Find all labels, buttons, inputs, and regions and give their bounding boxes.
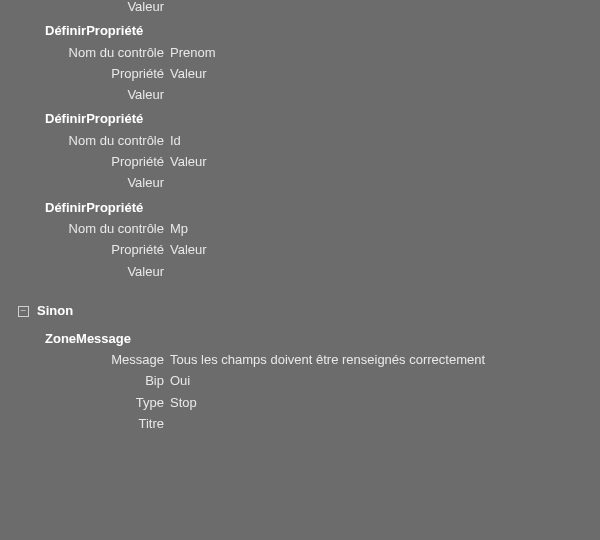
value-label: Valeur bbox=[0, 176, 170, 190]
define-property-header[interactable]: DéfinirPropriété bbox=[45, 112, 600, 126]
control-name-value[interactable]: Mp bbox=[170, 222, 600, 236]
else-branch[interactable]: − Sinon bbox=[18, 303, 600, 318]
value-label: Valeur bbox=[0, 265, 170, 279]
property-row: Propriété Valeur bbox=[0, 243, 600, 257]
control-name-label: Nom du contrôle bbox=[0, 134, 170, 148]
bip-label: Bip bbox=[0, 374, 170, 388]
message-label: Message bbox=[0, 353, 170, 367]
titre-row: Titre bbox=[0, 417, 600, 431]
collapse-icon[interactable]: − bbox=[18, 306, 29, 317]
property-value[interactable]: Valeur bbox=[170, 67, 600, 81]
property-label: Propriété bbox=[0, 243, 170, 257]
bip-value[interactable]: Oui bbox=[170, 374, 600, 388]
property-value[interactable]: Valeur bbox=[170, 243, 600, 257]
type-label: Type bbox=[0, 396, 170, 410]
else-label: Sinon bbox=[37, 303, 73, 318]
value-label: Valeur bbox=[0, 0, 170, 14]
property-label: Propriété bbox=[0, 67, 170, 81]
property-label: Propriété bbox=[0, 155, 170, 169]
titre-label: Titre bbox=[0, 417, 170, 431]
control-name-value[interactable]: Prenom bbox=[170, 46, 600, 60]
define-property-header[interactable]: DéfinirPropriété bbox=[45, 201, 600, 215]
message-row: Message Tous les champs doivent être ren… bbox=[0, 353, 600, 367]
property-row: Propriété Valeur bbox=[0, 67, 600, 81]
value-row: Valeur bbox=[0, 265, 600, 279]
control-name-value[interactable]: Id bbox=[170, 134, 600, 148]
zone-message-header[interactable]: ZoneMessage bbox=[45, 332, 600, 346]
value-label: Valeur bbox=[0, 88, 170, 102]
control-name-row: Nom du contrôle Prenom bbox=[0, 46, 600, 60]
type-row: Type Stop bbox=[0, 396, 600, 410]
control-name-row: Nom du contrôle Id bbox=[0, 134, 600, 148]
define-property-header[interactable]: DéfinirPropriété bbox=[45, 24, 600, 38]
property-row-partial: Valeur bbox=[0, 0, 600, 14]
macro-panel: Valeur DéfinirPropriété Nom du contrôle … bbox=[0, 0, 600, 540]
message-value[interactable]: Tous les champs doivent être renseignés … bbox=[170, 353, 600, 367]
type-value[interactable]: Stop bbox=[170, 396, 600, 410]
property-row: Propriété Valeur bbox=[0, 155, 600, 169]
property-value[interactable]: Valeur bbox=[170, 155, 600, 169]
value-row: Valeur bbox=[0, 176, 600, 190]
bip-row: Bip Oui bbox=[0, 374, 600, 388]
control-name-label: Nom du contrôle bbox=[0, 222, 170, 236]
control-name-row: Nom du contrôle Mp bbox=[0, 222, 600, 236]
value-row: Valeur bbox=[0, 88, 600, 102]
control-name-label: Nom du contrôle bbox=[0, 46, 170, 60]
